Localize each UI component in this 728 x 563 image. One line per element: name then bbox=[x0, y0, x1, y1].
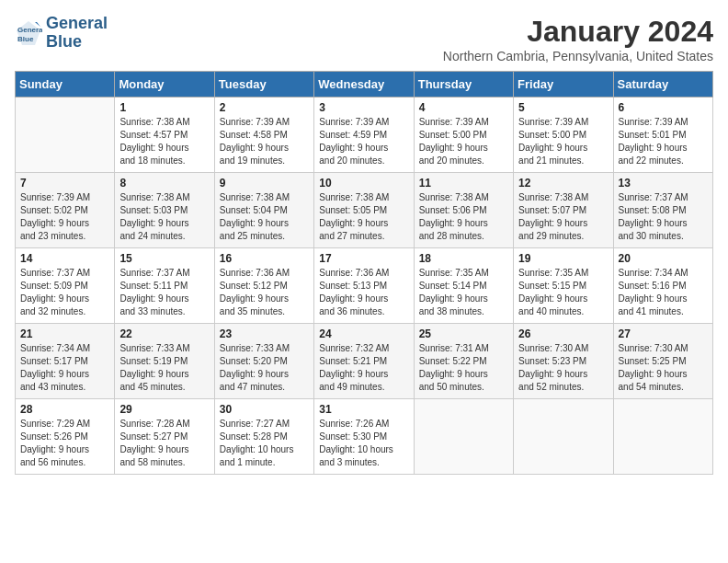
cell-content: Sunrise: 7:26 AM Sunset: 5:30 PM Dayligh… bbox=[319, 418, 408, 469]
page-header: General Blue General Blue January 2024 N… bbox=[15, 15, 713, 63]
calendar-week-row: 7Sunrise: 7:39 AM Sunset: 5:02 PM Daylig… bbox=[16, 173, 713, 248]
calendar-cell: 9Sunrise: 7:38 AM Sunset: 5:04 PM Daylig… bbox=[214, 173, 313, 248]
calendar-cell bbox=[16, 98, 115, 173]
calendar-cell: 3Sunrise: 7:39 AM Sunset: 4:59 PM Daylig… bbox=[314, 98, 414, 173]
cell-content: Sunrise: 7:39 AM Sunset: 5:01 PM Dayligh… bbox=[619, 116, 708, 167]
calendar-cell: 11Sunrise: 7:38 AM Sunset: 5:06 PM Dayli… bbox=[414, 173, 513, 248]
cell-content: Sunrise: 7:39 AM Sunset: 5:00 PM Dayligh… bbox=[518, 116, 608, 167]
logo: General Blue General Blue bbox=[15, 15, 108, 52]
calendar-cell: 25Sunrise: 7:31 AM Sunset: 5:22 PM Dayli… bbox=[414, 324, 513, 399]
day-number: 31 bbox=[319, 403, 408, 416]
cell-content: Sunrise: 7:34 AM Sunset: 5:16 PM Dayligh… bbox=[619, 267, 708, 318]
calendar-cell: 21Sunrise: 7:34 AM Sunset: 5:17 PM Dayli… bbox=[16, 324, 115, 399]
weekday-header-sunday: Sunday bbox=[16, 72, 115, 98]
day-number: 3 bbox=[319, 101, 408, 114]
day-number: 7 bbox=[20, 177, 109, 190]
calendar-week-row: 1Sunrise: 7:38 AM Sunset: 4:57 PM Daylig… bbox=[16, 98, 713, 173]
calendar-cell bbox=[414, 399, 513, 475]
day-number: 19 bbox=[518, 252, 608, 265]
cell-content: Sunrise: 7:39 AM Sunset: 4:58 PM Dayligh… bbox=[220, 116, 309, 167]
cell-content: Sunrise: 7:37 AM Sunset: 5:11 PM Dayligh… bbox=[119, 267, 209, 318]
logo-icon: General Blue bbox=[15, 19, 42, 47]
cell-content: Sunrise: 7:35 AM Sunset: 5:15 PM Dayligh… bbox=[518, 267, 608, 318]
cell-content: Sunrise: 7:38 AM Sunset: 5:04 PM Dayligh… bbox=[220, 191, 309, 243]
day-number: 1 bbox=[119, 101, 209, 114]
day-number: 5 bbox=[518, 101, 608, 114]
calendar-cell: 23Sunrise: 7:33 AM Sunset: 5:20 PM Dayli… bbox=[214, 324, 313, 399]
cell-content: Sunrise: 7:33 AM Sunset: 5:19 PM Dayligh… bbox=[119, 342, 209, 394]
calendar-cell: 7Sunrise: 7:39 AM Sunset: 5:02 PM Daylig… bbox=[16, 173, 115, 248]
calendar-cell: 6Sunrise: 7:39 AM Sunset: 5:01 PM Daylig… bbox=[613, 98, 712, 173]
cell-content: Sunrise: 7:38 AM Sunset: 5:05 PM Dayligh… bbox=[319, 191, 408, 243]
calendar-cell: 17Sunrise: 7:36 AM Sunset: 5:13 PM Dayli… bbox=[314, 248, 414, 324]
day-number: 10 bbox=[319, 177, 408, 190]
svg-text:Blue: Blue bbox=[17, 35, 34, 43]
weekday-header-row: SundayMondayTuesdayWednesdayThursdayFrid… bbox=[16, 72, 713, 98]
cell-content: Sunrise: 7:27 AM Sunset: 5:28 PM Dayligh… bbox=[220, 418, 309, 469]
calendar-cell: 15Sunrise: 7:37 AM Sunset: 5:11 PM Dayli… bbox=[115, 248, 214, 324]
cell-content: Sunrise: 7:37 AM Sunset: 5:09 PM Dayligh… bbox=[20, 267, 109, 318]
day-number: 27 bbox=[619, 327, 708, 340]
cell-content: Sunrise: 7:38 AM Sunset: 5:06 PM Dayligh… bbox=[419, 191, 508, 243]
calendar-cell: 20Sunrise: 7:34 AM Sunset: 5:16 PM Dayli… bbox=[613, 248, 712, 324]
calendar-cell bbox=[514, 399, 613, 475]
calendar-cell: 18Sunrise: 7:35 AM Sunset: 5:14 PM Dayli… bbox=[414, 248, 513, 324]
weekday-header-wednesday: Wednesday bbox=[314, 72, 414, 98]
day-number: 4 bbox=[419, 101, 508, 114]
day-number: 22 bbox=[119, 327, 209, 340]
cell-content: Sunrise: 7:39 AM Sunset: 5:02 PM Dayligh… bbox=[20, 191, 109, 243]
day-number: 23 bbox=[220, 327, 309, 340]
calendar-cell: 14Sunrise: 7:37 AM Sunset: 5:09 PM Dayli… bbox=[16, 248, 115, 324]
calendar-week-row: 28Sunrise: 7:29 AM Sunset: 5:26 PM Dayli… bbox=[16, 399, 713, 475]
calendar-cell: 22Sunrise: 7:33 AM Sunset: 5:19 PM Dayli… bbox=[115, 324, 214, 399]
cell-content: Sunrise: 7:30 AM Sunset: 5:25 PM Dayligh… bbox=[619, 342, 708, 394]
calendar-cell: 30Sunrise: 7:27 AM Sunset: 5:28 PM Dayli… bbox=[214, 399, 313, 475]
day-number: 12 bbox=[518, 177, 608, 190]
calendar-cell: 27Sunrise: 7:30 AM Sunset: 5:25 PM Dayli… bbox=[613, 324, 712, 399]
calendar-cell: 13Sunrise: 7:37 AM Sunset: 5:08 PM Dayli… bbox=[613, 173, 712, 248]
calendar-cell: 28Sunrise: 7:29 AM Sunset: 5:26 PM Dayli… bbox=[16, 399, 115, 475]
weekday-header-friday: Friday bbox=[514, 72, 613, 98]
calendar-title: January 2024 bbox=[443, 15, 713, 49]
cell-content: Sunrise: 7:33 AM Sunset: 5:20 PM Dayligh… bbox=[220, 342, 309, 394]
day-number: 16 bbox=[220, 252, 309, 265]
cell-content: Sunrise: 7:35 AM Sunset: 5:14 PM Dayligh… bbox=[419, 267, 508, 318]
cell-content: Sunrise: 7:28 AM Sunset: 5:27 PM Dayligh… bbox=[119, 418, 209, 469]
day-number: 2 bbox=[220, 101, 309, 114]
weekday-header-tuesday: Tuesday bbox=[214, 72, 313, 98]
calendar-cell: 16Sunrise: 7:36 AM Sunset: 5:12 PM Dayli… bbox=[214, 248, 313, 324]
day-number: 29 bbox=[119, 403, 209, 416]
cell-content: Sunrise: 7:38 AM Sunset: 4:57 PM Dayligh… bbox=[119, 116, 209, 167]
weekday-header-saturday: Saturday bbox=[613, 72, 712, 98]
day-number: 11 bbox=[419, 177, 508, 190]
day-number: 17 bbox=[319, 252, 408, 265]
cell-content: Sunrise: 7:34 AM Sunset: 5:17 PM Dayligh… bbox=[20, 342, 109, 394]
svg-text:General: General bbox=[17, 26, 42, 34]
cell-content: Sunrise: 7:37 AM Sunset: 5:08 PM Dayligh… bbox=[619, 191, 708, 243]
calendar-body: 1Sunrise: 7:38 AM Sunset: 4:57 PM Daylig… bbox=[16, 98, 713, 475]
day-number: 9 bbox=[220, 177, 309, 190]
weekday-header-thursday: Thursday bbox=[414, 72, 513, 98]
day-number: 21 bbox=[20, 327, 109, 340]
day-number: 24 bbox=[319, 327, 408, 340]
calendar-cell bbox=[613, 399, 712, 475]
calendar-week-row: 21Sunrise: 7:34 AM Sunset: 5:17 PM Dayli… bbox=[16, 324, 713, 399]
weekday-header-monday: Monday bbox=[115, 72, 214, 98]
calendar-cell: 2Sunrise: 7:39 AM Sunset: 4:58 PM Daylig… bbox=[214, 98, 313, 173]
logo-text: General Blue bbox=[46, 15, 108, 52]
day-number: 8 bbox=[119, 177, 209, 190]
day-number: 26 bbox=[518, 327, 608, 340]
calendar-cell: 12Sunrise: 7:38 AM Sunset: 5:07 PM Dayli… bbox=[514, 173, 613, 248]
calendar-week-row: 14Sunrise: 7:37 AM Sunset: 5:09 PM Dayli… bbox=[16, 248, 713, 324]
calendar-cell: 24Sunrise: 7:32 AM Sunset: 5:21 PM Dayli… bbox=[314, 324, 414, 399]
day-number: 6 bbox=[619, 101, 708, 114]
day-number: 15 bbox=[119, 252, 209, 265]
cell-content: Sunrise: 7:38 AM Sunset: 5:07 PM Dayligh… bbox=[518, 191, 608, 243]
calendar-cell: 19Sunrise: 7:35 AM Sunset: 5:15 PM Dayli… bbox=[514, 248, 613, 324]
day-number: 13 bbox=[619, 177, 708, 190]
calendar-cell: 5Sunrise: 7:39 AM Sunset: 5:00 PM Daylig… bbox=[514, 98, 613, 173]
day-number: 14 bbox=[20, 252, 109, 265]
calendar-cell: 26Sunrise: 7:30 AM Sunset: 5:23 PM Dayli… bbox=[514, 324, 613, 399]
calendar-subtitle: Northern Cambria, Pennsylvania, United S… bbox=[443, 49, 713, 63]
cell-content: Sunrise: 7:29 AM Sunset: 5:26 PM Dayligh… bbox=[20, 418, 109, 469]
